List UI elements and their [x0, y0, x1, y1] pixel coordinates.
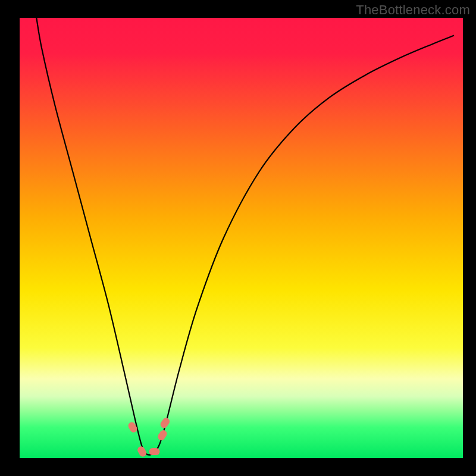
watermark-text: TheBottleneck.com — [356, 2, 470, 18]
chart-frame: TheBottleneck.com — [0, 0, 476, 476]
plot-gradient-bg — [20, 18, 463, 458]
bottleneck-chart — [0, 0, 476, 476]
data-marker — [149, 448, 159, 455]
